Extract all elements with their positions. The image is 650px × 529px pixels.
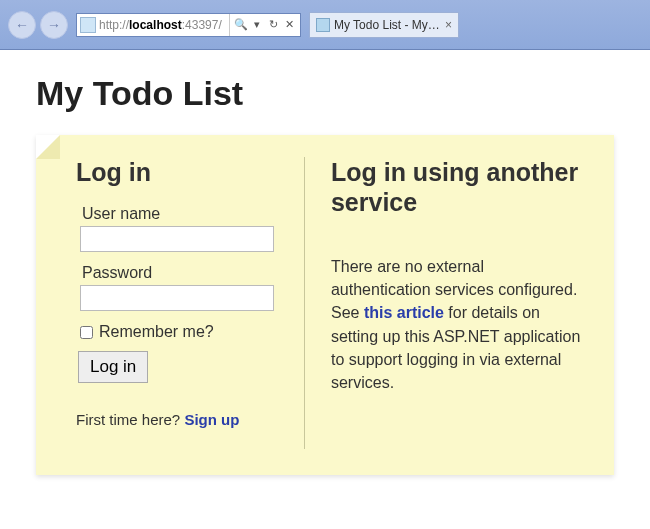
username-input[interactable] — [80, 226, 274, 252]
url-port: :43397/ — [182, 18, 222, 32]
dropdown-icon[interactable]: ▾ — [250, 18, 264, 31]
remember-checkbox[interactable] — [80, 326, 93, 339]
signup-row: First time here? Sign up — [76, 411, 286, 428]
search-icon[interactable]: 🔍 — [234, 18, 248, 31]
signup-prompt: First time here? — [76, 411, 184, 428]
password-label: Password — [82, 264, 286, 282]
arrow-left-icon: ← — [15, 17, 29, 33]
arrow-right-icon: → — [47, 17, 61, 33]
page-title: My Todo List — [36, 74, 614, 113]
remember-row: Remember me? — [80, 323, 286, 341]
forward-button[interactable]: → — [40, 11, 68, 39]
external-article-link[interactable]: this article — [364, 304, 444, 321]
login-button[interactable]: Log in — [78, 351, 148, 383]
page-body: My Todo List Log in User name Password R… — [0, 50, 650, 499]
address-bar[interactable]: http://localhost:43397/ 🔍 ▾ ↻ ✕ — [76, 13, 301, 37]
page-icon — [80, 17, 96, 33]
external-heading: Log in using another service — [331, 157, 588, 217]
external-login-section: Log in using another service There are n… — [304, 157, 588, 449]
external-text: There are no external authentication ser… — [331, 255, 588, 394]
login-heading: Log in — [76, 157, 286, 187]
tab-title: My Todo List - My A... — [334, 18, 441, 32]
remember-label: Remember me? — [99, 323, 214, 341]
address-bar-actions: 🔍 ▾ ↻ ✕ — [229, 14, 300, 36]
password-field: Password — [76, 264, 286, 311]
local-login-section: Log in User name Password Remember me? L… — [62, 157, 304, 449]
username-field: User name — [76, 205, 286, 252]
back-button[interactable]: ← — [8, 11, 36, 39]
close-icon[interactable]: × — [445, 18, 452, 32]
browser-toolbar: ← → http://localhost:43397/ 🔍 ▾ ↻ ✕ My T… — [0, 0, 650, 50]
url-host: localhost — [129, 18, 182, 32]
url-scheme: http:// — [99, 18, 129, 32]
stop-icon[interactable]: ✕ — [282, 18, 296, 31]
password-input[interactable] — [80, 285, 274, 311]
login-card: Log in User name Password Remember me? L… — [36, 135, 614, 475]
favicon-icon — [316, 18, 330, 32]
signup-link[interactable]: Sign up — [184, 411, 239, 428]
refresh-icon[interactable]: ↻ — [266, 18, 280, 31]
browser-tab[interactable]: My Todo List - My A... × — [309, 12, 459, 38]
username-label: User name — [82, 205, 286, 223]
